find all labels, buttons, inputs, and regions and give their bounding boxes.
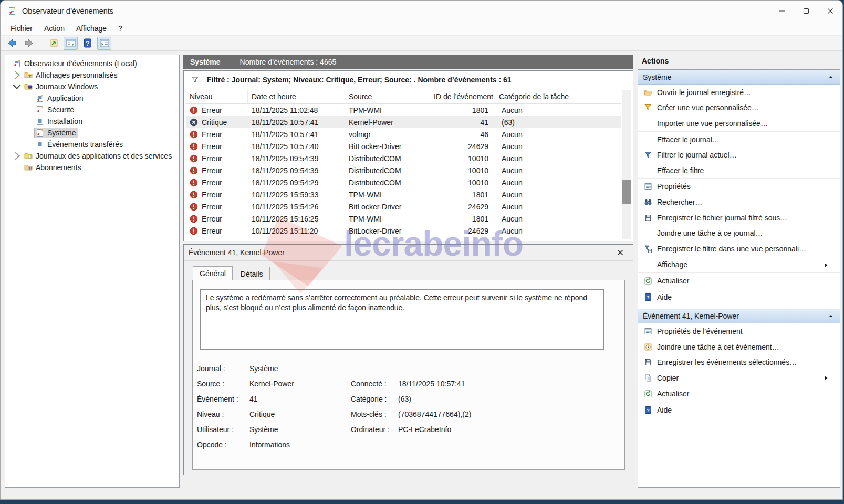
error-icon bbox=[190, 227, 198, 235]
event-id-cell: 24629 bbox=[430, 227, 495, 235]
table-row[interactable]: Erreur18/11/2025 09:54:29DistributedCOM1… bbox=[186, 176, 621, 188]
column-header[interactable]: Source bbox=[345, 90, 430, 103]
tree-item-inner: Journaux des applications et des service… bbox=[23, 151, 174, 161]
error-icon bbox=[190, 130, 198, 139]
minimize-button[interactable] bbox=[770, 1, 794, 22]
action-item[interactable]: Effacer le journal… bbox=[638, 132, 840, 148]
toolbar: ? bbox=[1, 35, 842, 51]
column-header[interactable]: Date et heure bbox=[248, 90, 345, 103]
field-row: Événement :41Catégorie :(63) bbox=[193, 392, 624, 407]
close-icon[interactable] bbox=[616, 248, 624, 257]
action-item[interactable]: Propriétés bbox=[638, 179, 840, 195]
action-item[interactable]: Ouvrir le journal enregistré… bbox=[638, 85, 840, 100]
table-row[interactable]: Erreur18/11/2025 09:54:39DistributedCOM1… bbox=[186, 164, 621, 176]
action-item[interactable]: Joindre une tâche à ce journal… bbox=[638, 225, 840, 241]
toolbar-separator bbox=[41, 38, 41, 48]
table-row[interactable]: Erreur18/11/2025 10:57:40BitLocker-Drive… bbox=[186, 140, 621, 152]
menu-item-2[interactable]: Affichage bbox=[70, 23, 112, 34]
properties-icon bbox=[644, 182, 652, 191]
action-item[interactable]: Créer une vue personnalisée… bbox=[638, 100, 840, 116]
scrollbar-thumb[interactable] bbox=[622, 180, 631, 204]
refresh-icon bbox=[644, 390, 652, 398]
actions-section-header[interactable]: Système bbox=[638, 70, 840, 85]
actions-section-header[interactable]: Événement 41, Kernel-Power bbox=[638, 309, 840, 323]
action-item[interactable]: Enregistrer les événements sélectionnés… bbox=[638, 355, 840, 371]
tree-item-label: Journaux Windows bbox=[36, 82, 98, 91]
collapse-up-icon[interactable] bbox=[828, 74, 834, 80]
action-item-label: Actualiser bbox=[657, 277, 689, 285]
table-row[interactable]: Erreur10/11/2025 15:16:25TPM-WMI1801Aucu… bbox=[186, 213, 621, 225]
tree-item[interactable]: Installation bbox=[5, 116, 179, 127]
collapse-up-icon[interactable] bbox=[828, 313, 834, 319]
action-item-label: Effacer le filtre bbox=[657, 166, 704, 175]
column-header[interactable]: Catégorie de la tâche bbox=[495, 90, 621, 103]
action-item[interactable]: ?Aide bbox=[638, 402, 840, 418]
events-scrollbar[interactable] bbox=[622, 90, 631, 239]
refresh-icon bbox=[644, 277, 652, 285]
action-item[interactable]: ?Aide bbox=[638, 289, 840, 305]
action-item[interactable]: Actualiser bbox=[638, 273, 840, 289]
table-row[interactable]: Erreur18/11/2025 10:57:41volmgr46Aucun bbox=[186, 128, 621, 140]
console-tree-button[interactable] bbox=[64, 37, 78, 50]
level-cell: Erreur bbox=[186, 227, 248, 235]
tab-gnral[interactable]: Général bbox=[193, 266, 233, 280]
action-item[interactable]: Enregistrer le filtre dans une vue perso… bbox=[638, 241, 840, 257]
error-icon bbox=[190, 178, 198, 187]
action-item[interactable]: Joindre une tâche à cet événement… bbox=[638, 339, 840, 355]
action-item[interactable]: Actualiser bbox=[638, 386, 840, 402]
tree-item[interactable]: Événements transférés bbox=[5, 139, 179, 150]
chevron-right-icon[interactable] bbox=[11, 152, 23, 160]
task-category-cell: Aucun bbox=[495, 227, 621, 235]
action-item[interactable]: Effacer le filtre bbox=[638, 163, 840, 178]
action-item[interactable]: Affichage bbox=[638, 257, 840, 273]
action-item[interactable]: Filtrer le journal actuel… bbox=[638, 147, 840, 163]
chevron-down-icon[interactable] bbox=[11, 82, 23, 91]
source-cell: DistributedCOM bbox=[345, 178, 430, 187]
source-cell: TPM-WMI bbox=[345, 191, 430, 199]
tree-item[interactable]: Sécurité bbox=[5, 104, 179, 116]
tree-item-label: Système bbox=[47, 129, 76, 137]
action-item[interactable]: Importer une vue personnalisée… bbox=[638, 116, 840, 131]
event-description[interactable]: Le système a redémarré sans s’arrêter co… bbox=[200, 289, 604, 350]
tree-item[interactable]: Système bbox=[5, 127, 179, 139]
field-value: PC-LeCrabeInfo bbox=[398, 425, 451, 434]
tree-item-inner: Observateur d’événements (Local) bbox=[12, 59, 139, 68]
binoculars-icon bbox=[644, 198, 652, 206]
action-item-label: Rechercher… bbox=[657, 198, 702, 206]
action-pane-button[interactable] bbox=[97, 37, 111, 50]
column-header[interactable]: Niveau bbox=[186, 90, 248, 103]
tab-dtails[interactable]: Détails bbox=[234, 267, 270, 280]
menu-item-0[interactable]: Fichier bbox=[5, 23, 38, 34]
action-item[interactable]: Propriétés de l’événement bbox=[638, 323, 840, 339]
close-button[interactable] bbox=[818, 1, 842, 22]
tree-item[interactable]: Journaux Windows bbox=[5, 81, 179, 92]
back-arrow-button[interactable] bbox=[5, 37, 19, 50]
column-header[interactable]: ID de l’événement bbox=[430, 90, 495, 103]
table-row[interactable]: Critique18/11/2025 10:57:41Kernel-Power4… bbox=[186, 116, 621, 128]
menu-item-3[interactable]: ? bbox=[112, 23, 128, 34]
svg-text:?: ? bbox=[86, 40, 89, 47]
action-item[interactable]: Rechercher… bbox=[638, 194, 840, 210]
action-item[interactable]: Enregistrer le fichier journal filtré so… bbox=[638, 210, 840, 226]
table-row[interactable]: Erreur18/11/2025 11:02:48TPM-WMI1801Aucu… bbox=[186, 104, 621, 116]
action-item-label: Effacer le journal… bbox=[657, 135, 720, 144]
chevron-right-icon[interactable] bbox=[11, 71, 23, 79]
table-row[interactable]: Erreur18/11/2025 09:54:39DistributedCOM1… bbox=[186, 152, 621, 164]
event-viewer-window: Observateur d’événements FichierActionAf… bbox=[0, 0, 843, 500]
tree-item[interactable]: Application bbox=[5, 92, 179, 104]
tree-item[interactable]: Observateur d’événements (Local) bbox=[5, 58, 179, 69]
action-item[interactable]: Copier bbox=[638, 370, 840, 386]
table-row[interactable]: Erreur10/11/2025 15:59:33TPM-WMI1801Aucu… bbox=[186, 188, 621, 201]
task-icon bbox=[644, 343, 652, 351]
table-row[interactable]: Erreur10/11/2025 15:54:26BitLocker-Drive… bbox=[186, 201, 621, 213]
tree-item[interactable]: Journaux des applications et des service… bbox=[5, 150, 179, 162]
maximize-button[interactable] bbox=[794, 1, 818, 22]
tree-item[interactable]: Abonnements bbox=[5, 162, 179, 173]
export-log-button[interactable] bbox=[47, 37, 61, 50]
help-button[interactable]: ? bbox=[80, 37, 95, 50]
tree-item[interactable]: Affichages personnalisés bbox=[5, 69, 179, 81]
forward-arrow-button[interactable] bbox=[22, 37, 36, 50]
table-row[interactable]: Erreur10/11/2025 15:11:20BitLocker-Drive… bbox=[186, 225, 621, 237]
menu-item-1[interactable]: Action bbox=[38, 23, 70, 34]
action-item-label: Ouvrir le journal enregistré… bbox=[657, 88, 751, 97]
